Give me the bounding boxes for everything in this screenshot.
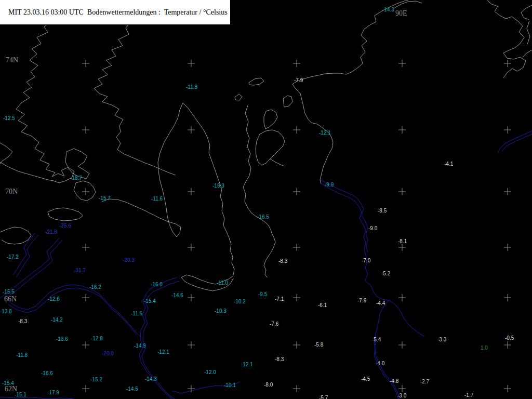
station-temp: -8.3	[18, 319, 27, 324]
station-temp: -15.5	[3, 289, 15, 295]
station-temp: -13.6	[56, 337, 68, 342]
station-temp: -8.5	[378, 208, 387, 214]
station-temp: -16.0	[151, 282, 163, 287]
station-temp: -14.3	[382, 7, 394, 12]
station-temp: -11.0	[217, 281, 228, 286]
station-temp: -0.5	[505, 336, 514, 341]
station-temp: -15.7	[99, 196, 111, 201]
station-temp: -1.7	[464, 393, 473, 398]
station-temp: -12.6	[48, 297, 60, 302]
station-temp: -10.3	[215, 309, 227, 314]
station-temp: -10.2	[234, 299, 246, 304]
station-temp: -7.1	[275, 297, 284, 302]
station-temp: -16.6	[41, 371, 53, 376]
station-temp: 1.0	[481, 345, 488, 351]
station-temp: -12.0	[204, 370, 216, 375]
station-temp: -11.6	[151, 196, 163, 202]
station-temp: -14.3	[145, 377, 157, 382]
station-temp: -8.0	[264, 382, 273, 388]
station-temp: -10.1	[224, 383, 236, 388]
station-temp: -18.7	[70, 176, 82, 181]
station-temp: -8.3	[275, 357, 284, 362]
station-temp: -20.3	[123, 258, 135, 263]
station-temp: -4.5	[361, 377, 370, 382]
station-temp: -5.7	[319, 395, 328, 399]
station-temp: -2.7	[420, 379, 429, 384]
station-temp: -11.6	[131, 311, 142, 316]
station-temp: -15.1	[15, 392, 26, 397]
station-temp: -31.7	[74, 268, 86, 273]
station-temp: -14.2	[51, 317, 63, 323]
station-temp: -14.6	[171, 293, 183, 298]
station-temp: -4.1	[444, 162, 453, 167]
station-temp: -15.2	[90, 377, 102, 382]
station-temp: -3.0	[397, 393, 406, 398]
station-temp: -7.6	[270, 322, 278, 327]
station-temp: -4.8	[390, 379, 398, 384]
station-temp: -5.2	[381, 271, 390, 276]
station-temp: -25.6	[59, 223, 71, 229]
weather-map: -12.5-11.8-14.3-12.1-18.7-15.7-11.6-19.3…	[0, 0, 532, 399]
station-temp: -4.4	[376, 301, 385, 306]
station-temp: -7.0	[362, 258, 370, 263]
station-temp: -12.1	[157, 350, 169, 355]
station-temp: -17.2	[7, 255, 19, 260]
station-temp: -15.4	[144, 299, 156, 304]
graticule-label: 90E	[395, 10, 407, 17]
station-labels-layer: -12.5-11.8-14.3-12.1-18.7-15.7-11.6-19.3…	[0, 0, 532, 399]
station-temp: -16.2	[89, 285, 101, 290]
station-temp: -5.4	[372, 337, 381, 342]
station-temp: -16.5	[257, 215, 269, 220]
station-temp: -13.8	[0, 309, 12, 314]
station-temp: -6.1	[318, 303, 327, 308]
title-bar: MIT 23.03.16 03:00 UTC Bodenwettermeldun…	[0, 0, 231, 25]
station-temp: -8.1	[398, 239, 407, 244]
station-temp: -12.5	[3, 116, 15, 121]
station-temp: -7.9	[294, 78, 303, 83]
station-temp: -12.8	[91, 336, 103, 341]
station-temp: -7.9	[357, 298, 366, 303]
station-temp: -12.1	[241, 362, 253, 367]
station-temp: -5.8	[314, 342, 323, 348]
station-temp: -21.8	[45, 230, 57, 235]
station-temp: -11.8	[16, 353, 28, 358]
station-temp: -9.0	[368, 226, 377, 231]
title-text: MIT 23.03.16 03:00 UTC Bodenwettermeldun…	[8, 8, 228, 16]
station-temp: -4.0	[376, 361, 384, 366]
station-temp: -14.9	[134, 343, 146, 349]
station-temp: -17.9	[47, 390, 59, 395]
station-temp: -14.5	[126, 387, 138, 392]
station-temp: -9.9	[325, 182, 334, 188]
graticule-label: 62N	[5, 385, 17, 393]
graticule-label: 70N	[5, 188, 18, 195]
graticule-label: 74N	[6, 57, 18, 64]
station-temp: -8.3	[278, 259, 287, 264]
station-temp: -9.5	[258, 292, 267, 297]
station-temp: -19.3	[212, 183, 224, 189]
station-temp: -20.0	[102, 351, 114, 356]
station-temp: -11.8	[186, 85, 197, 90]
graticule-label: 66N	[4, 296, 17, 303]
station-temp: -3.3	[437, 337, 446, 342]
station-temp: -12.1	[319, 130, 331, 136]
